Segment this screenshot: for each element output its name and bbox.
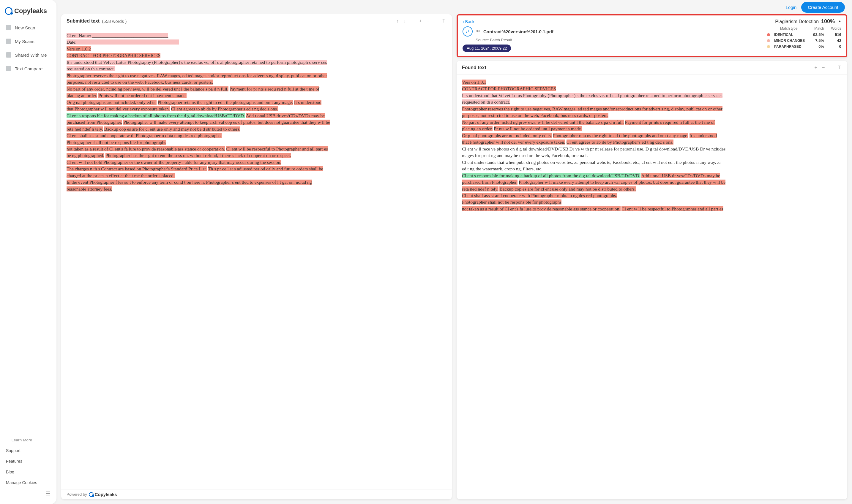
text-segment[interactable]: be ng photographed. <box>67 153 104 158</box>
text-segment[interactable]: Photographer reserves the r ght to use n… <box>67 73 327 78</box>
zoom-out-icon[interactable]: − <box>821 65 826 70</box>
text-segment[interactable]: purposes, not restr cted to use on the w… <box>67 79 213 85</box>
text-segment[interactable]: Pr nts w ll not be ordered unt l payment… <box>98 93 187 98</box>
text-segment[interactable]: CONTRACT FOR PHOTOGRAPHIC SERVICES <box>67 53 160 58</box>
text-segment[interactable]: requested on th s contract. <box>462 100 510 105</box>
text-segment[interactable]: reta ned ndef n tely. <box>67 126 103 131</box>
footer-link-blog[interactable]: Blog <box>0 467 56 477</box>
learn-more-separator: Learn More <box>0 435 56 445</box>
sidebar-item-label: New Scan <box>15 25 35 30</box>
sidebar-item-shared[interactable]: Shared With Me <box>0 48 56 62</box>
text-segment[interactable]: requested on th s contract. <box>67 66 115 71</box>
text-segment[interactable]: reta ned ndef n tely. <box>462 186 499 192</box>
text-segment[interactable]: Photographer shall not be respons ble fo… <box>67 140 166 145</box>
text-segment[interactable]: No part of any order, nclud ng prev ews,… <box>462 120 624 125</box>
arrow-down-icon[interactable]: ↓ <box>402 18 407 24</box>
text-segment[interactable]: Or g nal photographs are not ncluded, on… <box>462 133 552 138</box>
text-segment[interactable]: It s understood <box>690 133 717 138</box>
text-segment[interactable]: mages for pr nt ng and may be used on th… <box>462 153 588 158</box>
text-segment[interactable]: It s understood that Velvet Lotus Photog… <box>462 93 723 98</box>
text-segment[interactable]: Vers on 1.0.2 <box>67 46 91 51</box>
zoom-out-icon[interactable]: − <box>425 18 431 24</box>
text-segment[interactable]: Pr nts w ll not be ordered unt l payment… <box>494 126 582 131</box>
text-segment[interactable]: Th s pr ce l st s adjusted per od cally … <box>208 166 323 171</box>
footer-link-cookies[interactable]: Manage Cookies <box>0 477 56 488</box>
text-segment[interactable]: Payment for pr nts s requ red n full at … <box>230 86 320 91</box>
text-mode-icon[interactable]: T <box>837 65 842 70</box>
login-link[interactable]: Login <box>786 5 797 10</box>
text-segment[interactable]: charged at the pr ces n effect at the t … <box>67 173 175 178</box>
text-segment[interactable]: Cl ent s respons ble for mak ng a backup… <box>67 113 245 118</box>
text-segment[interactable]: purposes, not restr cted to use on the w… <box>462 113 608 118</box>
text-segment[interactable]: Cl ent w ll not hold Photographer or the… <box>67 160 281 165</box>
text-segment[interactable]: In the event Photographer f les su t to … <box>67 180 312 185</box>
text-segment[interactable]: Cl ent shall ass st and cooperate w th P… <box>67 133 222 138</box>
timestamp-pill: Aug 11, 2024, 20:09:22 <box>463 44 511 52</box>
text-segment[interactable]: plac ng an order. <box>462 126 492 131</box>
text-segment[interactable]: Date: __________________________________… <box>67 39 179 44</box>
text-segment[interactable]: purchased from Photographer. <box>67 120 122 125</box>
found-text-body[interactable]: Vers on 1.0.1CONTRACT FOR PHOTOGRAPHIC S… <box>457 75 847 499</box>
text-segment[interactable]: Photographer shall not be respons ble fo… <box>462 199 561 204</box>
text-segment[interactable]: Cl ent understands that when publ sh ng … <box>462 160 721 165</box>
text-segment[interactable]: Cl ent agrees to ab de by Photographer's… <box>171 106 278 111</box>
match-table: Match type Match Words IDENTICAL 92.5% 5… <box>767 26 841 50</box>
found-header: Found text + − T <box>457 61 847 75</box>
text-segment[interactable]: Cl ent w ll be respectful to Photographe… <box>226 146 328 151</box>
text-segment[interactable]: plac ng an order. <box>67 93 97 98</box>
collapse-sidebar-button[interactable]: ☰ <box>0 488 56 499</box>
text-segment[interactable]: reasonable attorney fees. <box>67 186 112 192</box>
match-row-identical: IDENTICAL 92.5% 516 <box>767 32 841 37</box>
brand-logo[interactable]: Copyleaks <box>0 5 56 21</box>
source-filename[interactable]: Contract%20version%201.0.1.pdf <box>483 29 554 34</box>
text-segment[interactable]: that Photographer w ll not del ver every… <box>67 106 170 111</box>
text-segment[interactable]: Cl ent w ll be respectful to Photographe… <box>622 206 723 211</box>
text-segment[interactable]: It s understood that Velvet Lotus Photog… <box>67 60 327 65</box>
eye-off-icon[interactable]: 👁 <box>475 29 480 34</box>
text-segment[interactable] <box>157 100 158 105</box>
text-segment[interactable]: Photographer w ll make every attempt to … <box>519 180 726 185</box>
text-mode-icon[interactable]: T <box>441 18 447 24</box>
text-segment[interactable]: not taken as a result of Cl ent's fa lur… <box>67 146 225 151</box>
text-segment[interactable]: Photographer w ll make every attempt to … <box>123 120 330 125</box>
arrow-up-icon[interactable]: ↑ <box>395 18 400 24</box>
text-segment[interactable]: Cl ent s respons ble for mak ng a backup… <box>462 173 641 178</box>
text-segment[interactable]: purchased from Photographer. <box>462 180 518 185</box>
text-segment[interactable]: No part of any order, nclud ng prev ews,… <box>67 86 228 91</box>
back-link[interactable]: ‹ Back <box>463 19 474 24</box>
text-segment[interactable]: Backup cop es are for cl ent use only an… <box>104 126 240 131</box>
compare-icon <box>6 66 11 71</box>
zoom-in-icon[interactable]: + <box>418 18 423 24</box>
sidebar-item-text-compare[interactable]: Text Compare <box>0 62 56 75</box>
text-segment[interactable]: Add t onal USB dr ves/CDs/DVDs may be <box>246 113 325 118</box>
sidebar-item-label: Shared With Me <box>15 53 47 58</box>
footer-link-support[interactable]: Support <box>0 445 56 456</box>
text-segment[interactable]: The charges n th s Contract are based on… <box>67 166 207 171</box>
caret-up-icon[interactable]: ▲ <box>838 19 841 22</box>
text-segment[interactable]: Cl ent w ll rece ve photos on d g tal do… <box>462 146 726 151</box>
text-segment[interactable]: not taken as a result of Cl ent's fa lur… <box>462 206 621 211</box>
create-account-button[interactable]: Create Account <box>801 2 845 13</box>
footer-link-features[interactable]: Features <box>0 456 56 467</box>
text-segment[interactable]: Photographer reta ns the r ght to ed t t… <box>553 133 688 138</box>
text-segment[interactable]: Photographer reta ns the r ght to ed t t… <box>158 100 293 105</box>
text-segment[interactable]: CONTRACT FOR PHOTOGRAPHIC SERVICES <box>462 86 556 91</box>
submitted-text-body[interactable]: Cl ent Name: ___________________________… <box>61 28 452 489</box>
text-segment[interactable]: ed t ng the watermark, cropp ng, f lters… <box>462 166 542 171</box>
text-segment[interactable]: Add t onal USB dr ves/CDs/DVDs may be <box>641 173 720 178</box>
text-segment[interactable]: Payment for pr nts s requ red n full at … <box>625 120 715 125</box>
text-segment[interactable]: Cl ent shall ass st and cooperate w th P… <box>462 193 617 198</box>
text-segment[interactable]: Photographer has the r ght to end the se… <box>105 153 291 158</box>
text-segment[interactable]: Photographer reserves the r ght to use n… <box>462 106 723 111</box>
sidebar-item-my-scans[interactable]: My Scans <box>0 34 56 48</box>
text-segment[interactable]: Backup cop es are for cl ent use only an… <box>499 186 636 192</box>
text-segment[interactable]: Vers on 1.0.1 <box>462 79 486 85</box>
text-segment[interactable] <box>552 133 553 138</box>
text-segment[interactable]: It s understood <box>294 100 321 105</box>
sidebar-item-new-scan[interactable]: New Scan <box>0 21 56 34</box>
text-segment[interactable]: that Photographer w ll not del ver every… <box>462 140 565 145</box>
text-segment[interactable]: Or g nal photographs are not ncluded, on… <box>67 100 157 105</box>
text-segment[interactable]: Cl ent agrees to ab de by Photographer's… <box>567 140 674 145</box>
text-segment[interactable]: Cl ent Name: ___________________________… <box>67 33 168 38</box>
zoom-in-icon[interactable]: + <box>813 65 818 70</box>
